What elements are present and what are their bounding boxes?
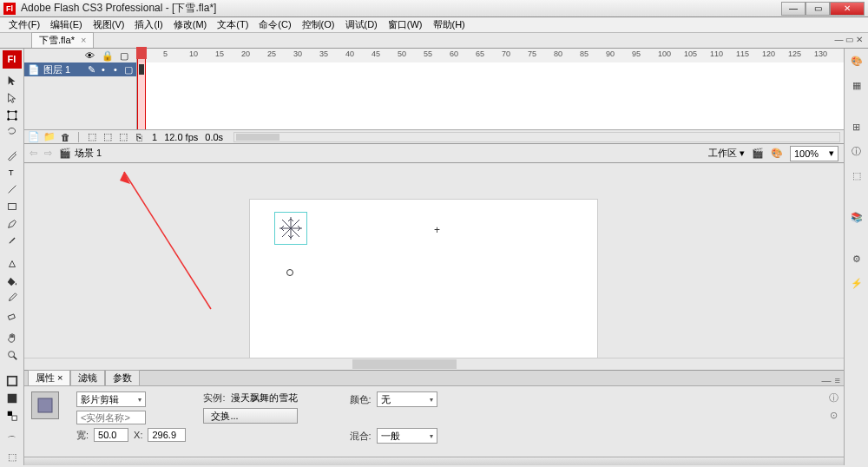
tab-filters[interactable]: 滤镜 <box>70 370 105 385</box>
subselection-tool[interactable] <box>3 89 22 106</box>
tab-parameters[interactable]: 参数 <box>105 370 140 385</box>
color-dropdown[interactable]: 无 ▾ <box>377 391 437 407</box>
menu-view[interactable]: 视图(V) <box>88 18 130 31</box>
info-panel-icon[interactable]: ⓘ <box>848 142 865 160</box>
instance-name-input[interactable] <box>76 411 146 424</box>
option-icon[interactable]: ⬚ <box>3 449 22 465</box>
eyedropper-tool[interactable] <box>3 290 22 306</box>
selection-tool[interactable] <box>3 73 22 89</box>
forward-icon[interactable]: ⇨ <box>44 148 52 159</box>
blend-value: 一般 <box>381 430 400 443</box>
selected-symbol[interactable] <box>274 212 307 245</box>
delete-layer-icon[interactable]: 🗑 <box>59 131 71 143</box>
panel-menu-icon[interactable]: ≡ <box>835 375 840 385</box>
lock-icon[interactable]: 🔒 <box>102 50 112 62</box>
text-tool[interactable]: T <box>3 164 22 181</box>
edit-symbol-icon[interactable]: 🎨 <box>771 148 783 159</box>
swap-colors-icon[interactable] <box>3 407 22 424</box>
transform-point[interactable] <box>286 269 293 276</box>
scene-breadcrumb[interactable]: 🎬 场景 1 <box>59 147 102 160</box>
width-label: 宽: <box>76 429 89 442</box>
info-icon[interactable]: ⓘ <box>826 391 840 405</box>
app-icon: Fl <box>3 3 16 15</box>
pencil-tool[interactable] <box>3 215 22 232</box>
frames-area[interactable] <box>137 62 844 129</box>
lasso-tool[interactable] <box>3 124 22 141</box>
menu-window[interactable]: 窗口(W) <box>383 18 428 31</box>
snap-option-icon[interactable]: ⌒ <box>3 432 22 449</box>
swap-button[interactable]: 交换... <box>203 408 297 424</box>
pen-tool[interactable] <box>3 147 22 163</box>
layer-icon: 📄 <box>28 64 40 76</box>
minimize-button[interactable]: — <box>781 2 806 16</box>
panel-collapse-icon[interactable]: — <box>822 375 832 385</box>
back-icon[interactable]: ⇦ <box>30 148 37 159</box>
stroke-color-swatch[interactable] <box>3 373 22 390</box>
fill-color-swatch[interactable] <box>3 391 22 407</box>
brush-tool[interactable] <box>3 233 22 249</box>
actions-panel-icon[interactable]: ⚙ <box>848 250 865 267</box>
menu-edit[interactable]: 编辑(E) <box>45 18 88 31</box>
free-transform-tool[interactable] <box>3 107 22 123</box>
blend-label: 混合: <box>350 430 372 443</box>
new-folder-icon[interactable]: 📁 <box>43 131 56 143</box>
document-tab[interactable]: 下雪.fla* × <box>31 32 94 48</box>
document-tab-label: 下雪.fla* <box>39 35 75 45</box>
document-window-controls[interactable]: — ▭ ✕ <box>834 35 863 44</box>
zoom-tool[interactable] <box>3 347 22 364</box>
line-tool[interactable] <box>3 181 22 198</box>
color-panel-icon[interactable]: 🎨 <box>848 52 865 69</box>
menu-debug[interactable]: 调试(D) <box>340 18 383 31</box>
rectangle-tool[interactable] <box>3 199 22 215</box>
align-panel-icon[interactable]: ⊞ <box>848 118 865 135</box>
onion-skin-icon[interactable]: ⬚ <box>86 131 98 143</box>
stage-scrollbar-h[interactable] <box>24 358 844 370</box>
center-frame-icon[interactable]: ⎘ <box>133 131 145 143</box>
eraser-tool[interactable] <box>3 307 22 324</box>
behaviors-panel-icon[interactable]: ⚡ <box>848 274 865 292</box>
hand-tool[interactable] <box>3 330 22 346</box>
x-input[interactable] <box>148 428 186 442</box>
edit-multi-icon[interactable]: ⬚ <box>117 131 129 143</box>
menu-text[interactable]: 文本(T) <box>212 18 253 31</box>
layer-row[interactable]: 📄 图层 1 ✎••▢ <box>24 62 136 76</box>
transform-panel-icon[interactable]: ⬚ <box>848 167 865 184</box>
tab-properties[interactable]: 属性 × <box>28 370 70 385</box>
eye-icon[interactable]: 👁 <box>84 50 95 61</box>
menu-modify[interactable]: 修改(M) <box>168 18 213 31</box>
menu-help[interactable]: 帮助(H) <box>428 18 470 31</box>
width-input[interactable] <box>94 428 128 442</box>
help-icon[interactable]: ⊙ <box>826 408 840 422</box>
frame-ruler[interactable]: 1510152025303540455055606570758085909510… <box>137 49 844 62</box>
keyframe[interactable] <box>139 64 144 75</box>
stage-area[interactable]: + <box>24 163 844 370</box>
menu-control[interactable]: 控制(O) <box>297 18 340 31</box>
svg-rect-12 <box>7 394 16 404</box>
new-layer-icon[interactable]: 📄 <box>28 131 40 143</box>
menu-commands[interactable]: 命令(C) <box>253 18 296 31</box>
stage-canvas[interactable]: + <box>250 200 597 370</box>
blend-dropdown[interactable]: 一般 ▾ <box>377 428 437 444</box>
swatches-panel-icon[interactable]: ▦ <box>848 76 865 94</box>
registration-crosshair: + <box>434 224 440 236</box>
playhead[interactable] <box>137 49 146 129</box>
scene-icon: 🎬 <box>59 148 71 159</box>
instance-type-value: 影片剪辑 <box>81 393 119 406</box>
timeline-scrollbar[interactable] <box>233 132 840 142</box>
onion-outline-icon[interactable]: ⬚ <box>102 131 114 143</box>
instance-type-dropdown[interactable]: 影片剪辑 ▾ <box>76 391 146 407</box>
close-button[interactable]: ✕ <box>830 2 865 16</box>
zoom-dropdown[interactable]: 100% ▾ <box>790 146 838 161</box>
ink-bottle-tool[interactable] <box>3 255 22 272</box>
menu-insert[interactable]: 插入(I) <box>129 18 168 31</box>
svg-line-15 <box>124 172 211 309</box>
menu-file[interactable]: 文件(F) <box>3 18 45 31</box>
close-tab-icon[interactable]: × <box>81 35 86 45</box>
workspace-dropdown[interactable]: 工作区 ▾ <box>708 147 745 160</box>
outline-icon[interactable]: ▢ <box>119 50 129 62</box>
maximize-button[interactable]: ▭ <box>806 2 830 16</box>
edit-scene-icon[interactable]: 🎬 <box>752 148 764 159</box>
library-panel-icon[interactable]: 📚 <box>848 208 865 226</box>
paint-bucket-tool[interactable] <box>3 273 22 289</box>
outline-box-icon[interactable]: ▢ <box>124 64 131 76</box>
